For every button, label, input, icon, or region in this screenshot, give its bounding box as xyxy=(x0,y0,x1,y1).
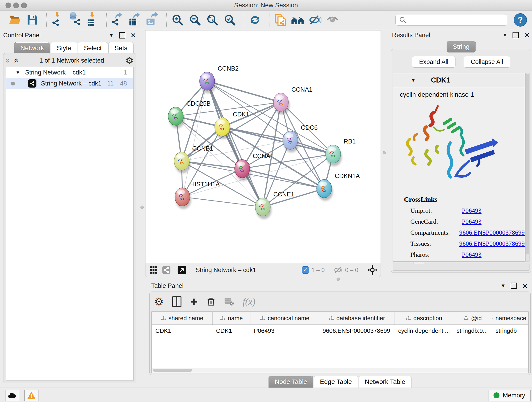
panel-float-icon[interactable] xyxy=(511,283,517,289)
export-image-icon[interactable] xyxy=(145,13,159,27)
copy-document-icon[interactable] xyxy=(273,13,287,27)
column-header-description[interactable]: description xyxy=(394,312,453,325)
hidden-items-eye-slash-icon[interactable] xyxy=(334,265,343,274)
table-horizontal-scrollbar[interactable] xyxy=(152,368,528,373)
export-table-icon[interactable] xyxy=(128,13,142,27)
import-table-file-icon[interactable] xyxy=(85,13,99,27)
node-table[interactable]: shared namenamecanonical namedatabase id… xyxy=(152,312,529,373)
gene-section-header[interactable]: ▼ CDK1 xyxy=(393,73,525,87)
network-canvas[interactable]: CCNB2CCNA1CDC25BCDK1CDC6RB1CCNB1CCNA2CDK… xyxy=(145,30,381,263)
toggle-panel-visibility-icon[interactable] xyxy=(308,13,322,27)
network-node-RB1[interactable] xyxy=(326,145,342,166)
tab-network-table[interactable]: Network Table xyxy=(359,376,412,388)
network-edge-CCNB2-HIST1H1A[interactable] xyxy=(182,81,207,197)
network-row[interactable]: String Network – cdk1 11 48 xyxy=(6,78,133,89)
network-node-CCNE1[interactable] xyxy=(255,198,272,219)
eye-icon[interactable] xyxy=(325,13,340,27)
export-network-icon[interactable] xyxy=(110,13,125,27)
open-file-icon[interactable] xyxy=(8,13,22,27)
tree-expander-icon[interactable]: ▼ xyxy=(16,70,20,75)
table-cell[interactable]: stringdb xyxy=(492,327,526,334)
column-header-name[interactable]: name xyxy=(212,312,250,325)
crosslink-link[interactable]: P06493 xyxy=(462,218,481,225)
add-column-icon[interactable]: + xyxy=(190,295,198,308)
function-builder-icon[interactable]: f(x) xyxy=(243,296,255,307)
section-expander-icon[interactable]: ▼ xyxy=(411,77,416,83)
panel-close-icon[interactable]: ✕ xyxy=(522,282,528,290)
tab-edge-table[interactable]: Edge Table xyxy=(314,376,358,388)
network-node-HIST1H1A[interactable] xyxy=(175,188,191,209)
panel-collapse-icon[interactable]: ▼ xyxy=(502,32,507,38)
cloud-button[interactable] xyxy=(5,390,19,401)
crosslink-link[interactable]: 9606.ENSP00000378699 xyxy=(459,229,525,236)
fit-content-crosshair-icon[interactable] xyxy=(367,265,377,275)
network-edge-CCNB2-CCNE1[interactable] xyxy=(207,81,263,207)
network-edge-CCNB1-CCNA2[interactable] xyxy=(182,161,242,169)
table-cell[interactable]: stringdb:9... xyxy=(453,327,492,334)
column-header-database-identifier[interactable]: database identifier xyxy=(319,312,394,325)
panel-close-icon[interactable]: ✕ xyxy=(524,31,530,39)
results-horizontal-scrollbar[interactable] xyxy=(393,263,530,271)
warnings-button[interactable] xyxy=(24,390,38,401)
network-graph[interactable]: CCNB2CCNA1CDC25BCDK1CDC6RB1CCNB1CCNA2CDK… xyxy=(146,31,380,263)
zoom-fit-icon[interactable] xyxy=(205,13,220,27)
tab-select[interactable]: Select xyxy=(78,42,108,54)
selected-filter-checkbox[interactable]: ✓ xyxy=(302,266,309,274)
panel-float-icon[interactable] xyxy=(513,32,519,38)
import-network-file-icon[interactable] xyxy=(51,13,65,27)
tab-network[interactable]: Network xyxy=(14,42,50,54)
help-icon[interactable]: ? xyxy=(514,13,527,27)
save-session-icon[interactable] xyxy=(25,13,39,27)
collapse-all-button[interactable]: Collapse All xyxy=(464,56,510,68)
network-edge-CCNA1-CCNB1[interactable] xyxy=(182,102,281,161)
network-collection-row[interactable]: ▼ String Network – cdk1 1 xyxy=(6,67,133,78)
panel-collapse-icon[interactable]: ▼ xyxy=(109,32,114,38)
table-cell[interactable]: CDK1 xyxy=(152,327,212,334)
tab-string[interactable]: String xyxy=(447,41,476,52)
panel-float-icon[interactable] xyxy=(119,32,125,38)
grid-view-icon[interactable] xyxy=(149,266,158,274)
import-network-database-icon[interactable] xyxy=(68,13,82,27)
crosslink-link[interactable]: P06493 xyxy=(462,251,481,258)
network-node-CDC25B[interactable] xyxy=(168,107,184,128)
homes-icon[interactable] xyxy=(291,13,305,27)
network-node-CCNB2[interactable] xyxy=(200,72,216,93)
show-columns-icon[interactable] xyxy=(172,296,181,307)
bottom-splitter-handle[interactable] xyxy=(336,278,340,281)
tab-node-table[interactable]: Node Table xyxy=(268,376,313,388)
column-header-shared-name[interactable]: shared name xyxy=(152,312,212,325)
network-options-gear-icon[interactable]: ⚙ xyxy=(125,56,133,65)
panel-collapse-icon[interactable]: ▼ xyxy=(500,283,506,289)
left-splitter-handle[interactable] xyxy=(140,206,144,209)
network-edge-CCNB2-RB1[interactable] xyxy=(207,81,333,154)
table-cell[interactable]: CDK1 xyxy=(212,327,250,334)
zoom-in-icon[interactable] xyxy=(171,13,185,27)
refresh-layout-icon[interactable] xyxy=(248,13,262,27)
table-cell[interactable]: cyclin-dependent ... xyxy=(394,327,453,334)
delete-table-icon[interactable] xyxy=(224,297,234,306)
table-row[interactable]: CDK1CDK1P064939606.ENSP00000378699cyclin… xyxy=(152,325,528,337)
expand-all-button[interactable]: Expand All xyxy=(412,56,456,68)
network-view-share-icon[interactable] xyxy=(162,266,171,274)
crosslink-link[interactable]: P06493 xyxy=(462,207,481,214)
tab-style[interactable]: Style xyxy=(51,42,77,54)
crosslink-link[interactable]: 9606.ENSP00000378699 xyxy=(459,240,525,247)
column-header-canonical-name[interactable]: canonical name xyxy=(250,312,319,325)
network-node-CDKN1A[interactable] xyxy=(317,179,333,201)
zoom-selected-icon[interactable] xyxy=(223,13,237,27)
table-cell[interactable]: 9606.ENSP00000378699 xyxy=(319,327,394,334)
delete-column-trash-icon[interactable] xyxy=(206,297,215,307)
network-edge-RB1-HIST1H1A[interactable] xyxy=(182,154,333,197)
panel-close-icon[interactable]: ✕ xyxy=(130,32,136,39)
column-header-namespace[interactable]: namespace xyxy=(492,312,526,325)
table-cell[interactable]: P06493 xyxy=(250,327,319,334)
network-edge-HIST1H1A-CCNE1[interactable] xyxy=(182,197,263,207)
network-node-CCNA2[interactable] xyxy=(234,160,251,181)
search-input[interactable] xyxy=(409,15,507,25)
zoom-out-icon[interactable] xyxy=(188,13,202,27)
tab-sets[interactable]: Sets xyxy=(108,42,133,54)
column-header--id[interactable]: @id xyxy=(453,312,492,325)
expand-all-networks-icon[interactable]: » xyxy=(12,58,20,63)
network-edge-CCNB2-CCNA1[interactable] xyxy=(207,81,281,102)
table-options-gear-icon[interactable]: ⚙ xyxy=(154,296,164,307)
